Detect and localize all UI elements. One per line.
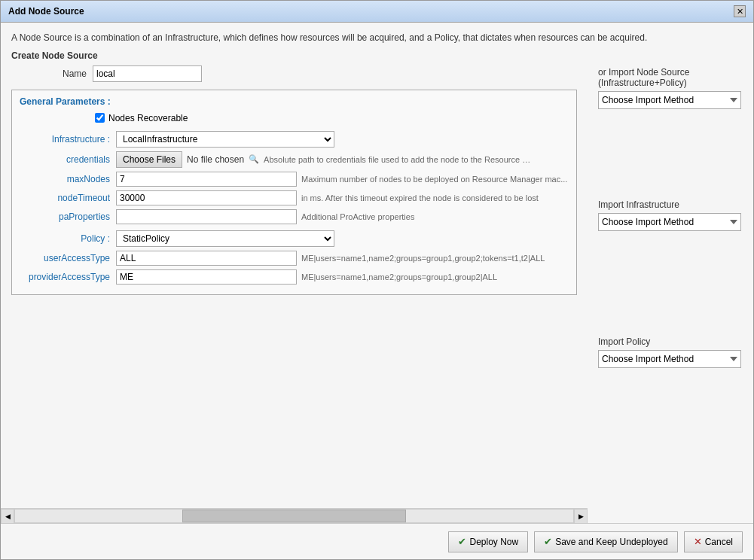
import-policy-section: Import Policy Choose Import Method From … <box>598 336 743 368</box>
name-label: Name <box>26 68 87 79</box>
import-infrastructure-select[interactable]: Choose Import Method From URL From File <box>598 213 741 231</box>
name-input[interactable] <box>93 65 202 82</box>
cancel-btn-label: Cancel <box>705 537 733 547</box>
provideraccesstype-info: ME|users=name1,name2;groups=group1,group… <box>301 272 497 282</box>
paproperties-info: Additional ProActive properties <box>301 212 414 221</box>
import-policy-select[interactable]: Choose Import Method From URL From File <box>598 350 741 368</box>
save-icon: ✔ <box>544 536 552 547</box>
scroll-left-button[interactable]: ◀ <box>1 509 14 524</box>
nodes-recoverable-checkbox[interactable] <box>95 113 105 123</box>
intro-text: A Node Source is a combination of an Inf… <box>1 23 753 50</box>
or-import-label: or Import Node Source (Infrastructure+Po… <box>598 67 743 88</box>
scroll-track[interactable] <box>14 509 574 523</box>
close-button[interactable]: ✕ <box>734 5 746 17</box>
cancel-button[interactable]: ✕ Cancel <box>684 531 743 552</box>
or-import-select[interactable]: Choose Import Method From URL From File <box>598 91 741 109</box>
scroll-thumb[interactable] <box>182 510 405 522</box>
name-field-row: Name <box>11 65 577 82</box>
nodes-recoverable-label: Nodes Recoverable <box>108 113 188 123</box>
policy-label: Policy : <box>20 233 110 244</box>
add-node-source-dialog: Add Node Source ✕ A Node Source is a com… <box>0 0 754 560</box>
paproperties-label: paProperties <box>20 212 110 222</box>
provideraccesstype-input[interactable] <box>116 269 297 285</box>
policy-row: Policy : StaticPolicy <box>20 230 569 247</box>
provideraccesstype-label: providerAccessType <box>20 272 110 282</box>
infrastructure-select[interactable]: LocalInfrastructure <box>116 131 334 148</box>
footer: ✔ Deploy Now ✔ Save and Keep Undeployed … <box>1 523 753 559</box>
deploy-btn-label: Deploy Now <box>469 537 518 547</box>
choose-files-button[interactable]: Choose Files <box>116 151 182 168</box>
save-keep-undeployed-button[interactable]: ✔ Save and Keep Undeployed <box>534 531 677 552</box>
credentials-info-icon: 🔍 <box>249 154 259 164</box>
deploy-now-button[interactable]: ✔ Deploy Now <box>448 531 528 552</box>
infrastructure-row: Infrastructure : LocalInfrastructure <box>20 131 569 148</box>
create-node-source-section: Create Node Source Name <box>11 50 577 82</box>
title-bar: Add Node Source ✕ <box>1 1 753 23</box>
infrastructure-section: Infrastructure : LocalInfrastructure cre… <box>20 131 569 224</box>
nodetimeout-info: in ms. After this timeout expired the no… <box>301 193 539 202</box>
useraccesstype-row: userAccessType ME|users=name1,name2;grou… <box>20 251 569 266</box>
or-import-section: or Import Node Source (Infrastructure+Po… <box>598 67 743 109</box>
credentials-row: credentials Choose Files No file chosen … <box>20 151 569 168</box>
policy-section: Policy : StaticPolicy userAccessType ME|… <box>20 230 569 285</box>
paproperties-input[interactable] <box>116 209 297 224</box>
import-infrastructure-label: Import Infrastructure <box>598 199 743 210</box>
useraccesstype-label: userAccessType <box>20 253 110 263</box>
deploy-icon: ✔ <box>458 536 466 547</box>
maxnodes-info: Maximum number of nodes to be deployed o… <box>301 175 567 184</box>
import-policy-label: Import Policy <box>598 336 743 347</box>
nodetimeout-label: nodeTimeout <box>20 193 110 203</box>
scroll-right-button[interactable]: ▶ <box>574 509 588 524</box>
create-section-label: Create Node Source <box>11 50 577 61</box>
useraccesstype-input[interactable] <box>116 251 297 266</box>
nodetimeout-row: nodeTimeout in ms. After this timeout ex… <box>20 190 569 205</box>
policy-select[interactable]: StaticPolicy <box>116 230 334 247</box>
useraccesstype-info: ME|users=name1,name2;groups=group1,group… <box>301 254 545 263</box>
general-params-title: General Parameters : <box>20 96 569 107</box>
save-keep-btn-label: Save and Keep Undeployed <box>555 537 667 547</box>
credentials-label: credentials <box>20 154 110 165</box>
maxnodes-input[interactable] <box>116 172 297 187</box>
no-file-text: No file chosen <box>187 154 244 165</box>
import-infrastructure-section: Import Infrastructure Choose Import Meth… <box>598 199 743 231</box>
maxnodes-label: maxNodes <box>20 174 110 184</box>
paproperties-row: paProperties Additional ProActive proper… <box>20 209 569 224</box>
nodes-recoverable-row: Nodes Recoverable <box>20 113 569 123</box>
cancel-icon: ✕ <box>694 536 702 547</box>
dialog-title: Add Node Source <box>8 6 84 17</box>
infrastructure-label: Infrastructure : <box>20 134 110 145</box>
maxnodes-row: maxNodes Maximum number of nodes to be d… <box>20 172 569 187</box>
horizontal-scrollbar: ◀ ▶ <box>1 508 588 523</box>
credentials-info-text: Absolute path to credentials file used t… <box>264 155 535 164</box>
nodetimeout-input[interactable] <box>116 190 297 205</box>
provideraccesstype-row: providerAccessType ME|users=name1,name2;… <box>20 269 569 285</box>
general-params-box: General Parameters : Nodes Recoverable I… <box>11 90 577 295</box>
